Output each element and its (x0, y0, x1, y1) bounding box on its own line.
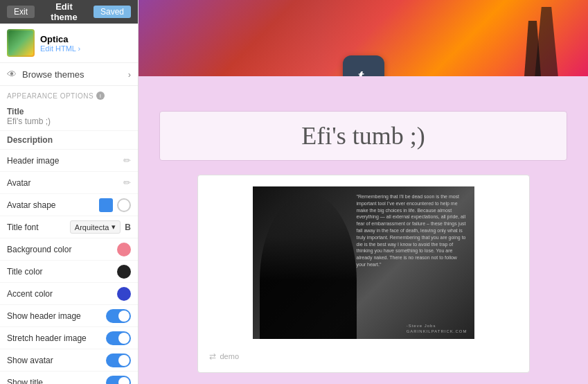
avatar-shape-label: Avatar shape (7, 200, 99, 210)
show-header-image-label: Show header image (7, 311, 106, 321)
appearance-options-header: APPEARANCE OPTIONS i (0, 86, 138, 103)
post-image: "Remembering that I'll be dead soon is t… (253, 186, 474, 339)
avatar-shape-controls (99, 198, 131, 212)
quote-attribution: -Steve Jobs GARINKILPATRICK.COM (407, 324, 467, 333)
title-value[interactable]: Efi's tumb ;) (7, 116, 131, 126)
saved-badge: Saved (93, 6, 131, 18)
preview-panel: t. Efi's tumb ;) "Remembering that I'll … (139, 0, 588, 384)
avatar-option: Avatar ✏ (0, 172, 138, 194)
person-silhouette (260, 193, 357, 339)
background-color-swatch[interactable] (117, 243, 131, 256)
square-shape-button[interactable] (99, 198, 113, 212)
post-card: "Remembering that I'll be dead soon is t… (197, 175, 530, 373)
show-header-image-option: Show header image (0, 305, 138, 327)
bold-font-button[interactable]: B (125, 222, 131, 232)
title-color-swatch[interactable] (117, 265, 131, 279)
title-font-label: Title font (7, 222, 70, 232)
title-label: Title (7, 107, 131, 116)
stretch-header-image-toggle[interactable] (106, 331, 131, 345)
show-avatar-label: Show avatar (7, 356, 106, 365)
avatar-shape-option: Avatar shape (0, 194, 138, 216)
edit-theme-title: Edit theme (42, 1, 87, 22)
description-option: Description (0, 131, 138, 150)
header-image-option: Header image ✏ (0, 150, 138, 172)
avatar-edit-button[interactable]: ✏ (123, 177, 131, 188)
theme-thumbnail (7, 29, 35, 57)
tumblr-icon: t. (343, 55, 384, 76)
title-color-label: Title color (7, 267, 117, 277)
quote-text: "Remembering that I'll be dead soon is t… (357, 193, 467, 268)
eye-icon: 👁 (7, 69, 17, 80)
title-option: Title Efi's tumb ;) (0, 103, 138, 131)
title-font-option: Title font Arquitecta ▾ B (0, 216, 138, 238)
background-color-option: Background color (0, 238, 138, 261)
title-font-select[interactable]: Arquitecta ▾ (70, 220, 121, 234)
tumblr-letter: t. (358, 64, 369, 76)
demo-label: demo (220, 352, 240, 360)
header-image-edit-button[interactable]: ✏ (123, 155, 131, 166)
stretch-header-image-option: Stretch header image (0, 327, 138, 349)
exit-button[interactable]: Exit (7, 6, 35, 18)
blog-title-text: Efi's tumb ;) (170, 121, 557, 150)
info-icon: i (96, 91, 105, 100)
steve-jobs-image: "Remembering that I'll be dead soon is t… (253, 186, 474, 339)
top-bar: Exit Edit theme Saved (0, 0, 138, 24)
stretch-header-image-label: Stretch header image (7, 333, 106, 343)
accent-color-option: Accent color (0, 283, 138, 305)
show-title-option: Show title (0, 372, 138, 384)
theme-name: Optica (40, 34, 80, 44)
browse-themes-row[interactable]: 👁 Browse themes › (0, 63, 138, 86)
background-color-label: Background color (7, 245, 117, 254)
show-title-label: Show title (7, 378, 106, 385)
blog-title-box: Efi's tumb ;) (159, 111, 567, 161)
show-avatar-option: Show avatar (0, 349, 138, 372)
avatar-label: Avatar (7, 178, 123, 188)
show-title-toggle[interactable] (106, 376, 131, 385)
accent-color-swatch[interactable] (117, 287, 131, 301)
header-banner: t. (139, 0, 588, 76)
title-color-option: Title color (0, 261, 138, 283)
circle-shape-button[interactable] (117, 198, 131, 212)
reblog-icon: ⇄ (209, 351, 216, 361)
description-label: Description (7, 135, 131, 145)
show-header-image-toggle[interactable] (106, 309, 131, 323)
accent-color-label: Accent color (7, 289, 117, 299)
theme-info: Optica Edit HTML › (0, 24, 138, 63)
edit-html-link[interactable]: Edit HTML › (40, 44, 80, 53)
post-footer: ⇄ demo (209, 346, 518, 361)
main-content-area: Efi's tumb ;) "Remembering that I'll be … (139, 76, 588, 384)
theme-details: Optica Edit HTML › (40, 34, 80, 53)
browse-themes-label: Browse themes (22, 69, 84, 80)
header-image-label: Header image (7, 156, 123, 166)
show-avatar-toggle[interactable] (106, 354, 131, 367)
chevron-right-icon: › (128, 69, 131, 80)
